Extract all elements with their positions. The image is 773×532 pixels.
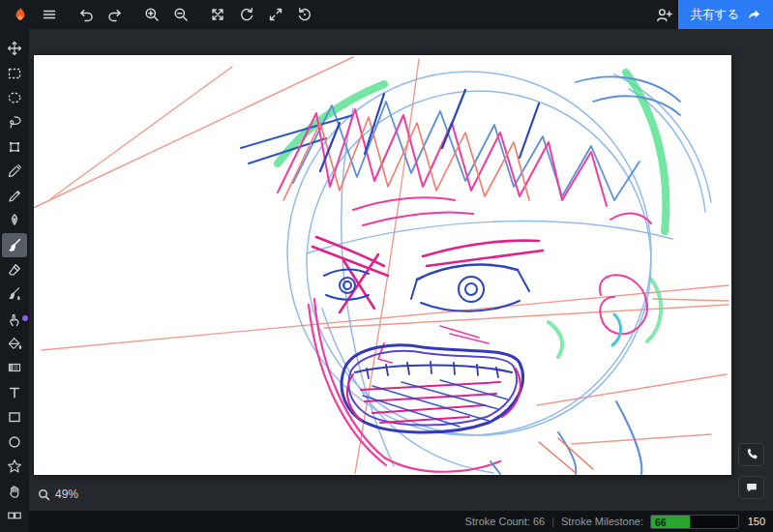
ellipse-shape-icon	[7, 434, 22, 450]
tool-sidebar	[0, 29, 29, 532]
zoom-indicator[interactable]: 49%	[38, 488, 78, 501]
zoom-in-button[interactable]	[137, 0, 166, 29]
hand-icon	[7, 484, 22, 499]
eraser-icon	[7, 262, 22, 278]
reset-rotation-button[interactable]	[290, 0, 319, 29]
tool-rectangle-shape[interactable]	[2, 405, 27, 429]
tool-star-shape[interactable]	[2, 455, 27, 478]
undo-icon	[78, 7, 94, 22]
app-logo[interactable]	[6, 0, 35, 29]
canvas-artwork-sketch	[34, 55, 731, 475]
brush-icon	[7, 237, 22, 252]
blend-brush-icon	[7, 286, 22, 302]
drawing-app-window: 共有する	[0, 0, 773, 532]
move-icon	[7, 41, 22, 56]
floating-buttons	[738, 443, 764, 499]
zoom-out-button[interactable]	[166, 0, 195, 29]
phone-icon	[745, 448, 758, 461]
tool-gradient[interactable]	[2, 356, 27, 379]
fullscreen-icon	[268, 7, 283, 22]
canvas-column: 49% Stroke Count: 66 | Stroke Milestone:	[29, 29, 773, 532]
stroke-milestone-label: Stroke Milestone:	[561, 516, 643, 527]
tool-rectangle-select[interactable]	[2, 61, 27, 84]
pen-icon	[7, 213, 22, 228]
share-button[interactable]: 共有する	[678, 0, 773, 29]
fullscreen-button[interactable]	[261, 0, 290, 29]
zoom-level-label: 49%	[55, 488, 78, 501]
pencil-icon	[7, 189, 22, 204]
text-icon	[7, 385, 22, 400]
milestone-progress-bar: 66	[650, 515, 739, 529]
timeline-frames-icon	[7, 508, 22, 523]
tool-ellipse-select[interactable]	[2, 86, 27, 109]
redo-icon	[107, 7, 123, 22]
flame-icon	[12, 6, 29, 23]
top-toolbar: 共有する	[0, 0, 773, 29]
tool-smudge[interactable]	[2, 307, 27, 330]
rectangle-select-icon	[7, 66, 22, 81]
gradient-icon	[7, 360, 22, 375]
chat-button[interactable]	[738, 476, 764, 499]
redo-button[interactable]	[101, 0, 130, 29]
main-area: 49% Stroke Count: 66 | Stroke Milestone:	[0, 29, 773, 532]
tool-eraser[interactable]	[2, 258, 27, 281]
menu-icon	[42, 7, 57, 22]
tool-fill-bucket[interactable]	[2, 332, 27, 355]
zoom-in-icon	[144, 7, 160, 22]
transform-icon	[7, 139, 22, 155]
voice-call-button[interactable]	[738, 443, 764, 466]
tool-move[interactable]	[2, 37, 27, 60]
menu-button[interactable]	[35, 0, 64, 29]
add-user-icon	[656, 7, 672, 23]
share-button-label: 共有する	[690, 7, 739, 23]
topbar-left-group	[0, 0, 319, 29]
rotate-canvas-icon	[239, 7, 254, 22]
tool-text[interactable]	[2, 381, 27, 404]
tool-timeline-frames[interactable]	[2, 504, 27, 527]
stroke-count-label: Stroke Count: 66	[465, 516, 546, 527]
magnifier-icon	[38, 488, 50, 501]
tool-hand-pan[interactable]	[2, 479, 27, 502]
canvas-viewport[interactable]: 49%	[29, 29, 773, 511]
transform-canvas-icon	[210, 7, 225, 22]
status-separator: |	[551, 516, 554, 527]
zoom-out-icon	[173, 7, 189, 22]
ellipse-select-icon	[7, 90, 22, 105]
lasso-icon	[7, 114, 22, 130]
reset-rotation-icon	[297, 7, 312, 22]
tool-ellipse-shape[interactable]	[2, 430, 27, 454]
tool-lasso-select[interactable]	[2, 110, 27, 133]
drawing-canvas[interactable]	[34, 55, 731, 475]
milestone-target-value: 150	[746, 516, 765, 527]
eyedropper-icon	[7, 163, 22, 179]
share-forward-icon	[747, 8, 761, 22]
status-bar: Stroke Count: 66 | Stroke Milestone: 66 …	[29, 511, 773, 532]
milestone-current-value: 66	[655, 517, 667, 528]
tool-pen[interactable]	[2, 209, 27, 232]
fill-bucket-icon	[7, 336, 22, 351]
transform-canvas-button[interactable]	[203, 0, 232, 29]
smudge-finger-icon	[7, 311, 22, 327]
rotate-canvas-button[interactable]	[232, 0, 261, 29]
undo-button[interactable]	[72, 0, 101, 29]
smudge-notification-dot	[22, 315, 28, 321]
chat-bubble-icon	[745, 481, 758, 494]
add-collaborator-button[interactable]	[649, 0, 678, 29]
rectangle-shape-icon	[7, 409, 22, 425]
tool-blend-brush[interactable]	[2, 282, 27, 306]
star-shape-icon	[7, 458, 22, 474]
topbar-right-group: 共有する	[649, 0, 773, 29]
tool-eyedropper[interactable]	[2, 160, 27, 183]
tool-transform[interactable]	[2, 135, 27, 159]
tool-brush[interactable]	[2, 233, 27, 256]
tool-pencil[interactable]	[2, 184, 27, 207]
